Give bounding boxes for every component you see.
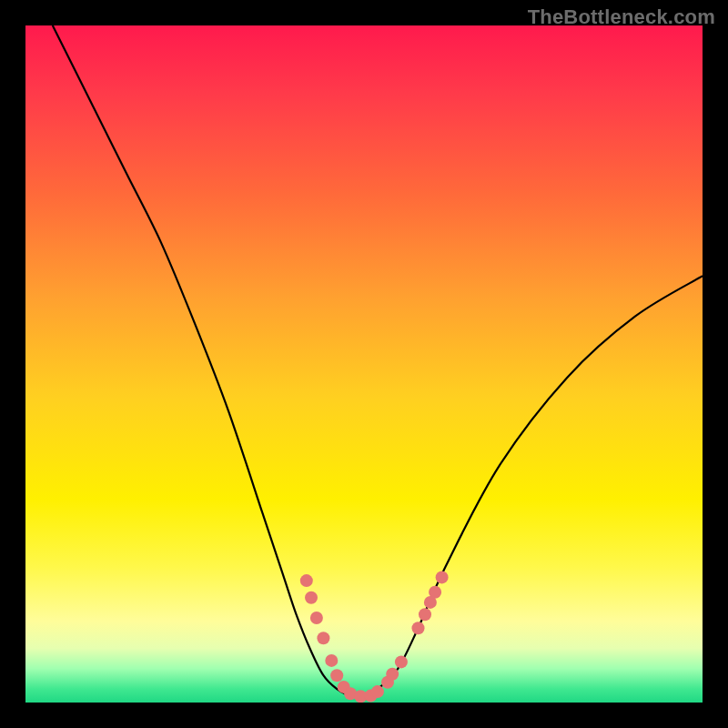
curve-marker [429,586,441,599]
curve-marker [310,612,323,624]
chart-svg [25,25,703,703]
curve-marker [395,655,408,668]
curve-marker [325,654,338,667]
curve-marker [317,632,329,644]
curve-markers [300,571,449,703]
curve-marker [300,574,313,587]
curve-marker [305,592,318,604]
curve-marker [412,622,425,634]
curve-marker [436,571,449,583]
plot-area [25,25,703,703]
bottleneck-curve [53,25,703,697]
curve-marker [371,685,384,698]
curve-marker [330,669,343,682]
curve-marker [386,668,399,681]
curve-marker [419,608,431,621]
watermark-text: TheBottleneck.com [528,5,715,29]
chart-frame: TheBottleneck.com [0,0,728,728]
